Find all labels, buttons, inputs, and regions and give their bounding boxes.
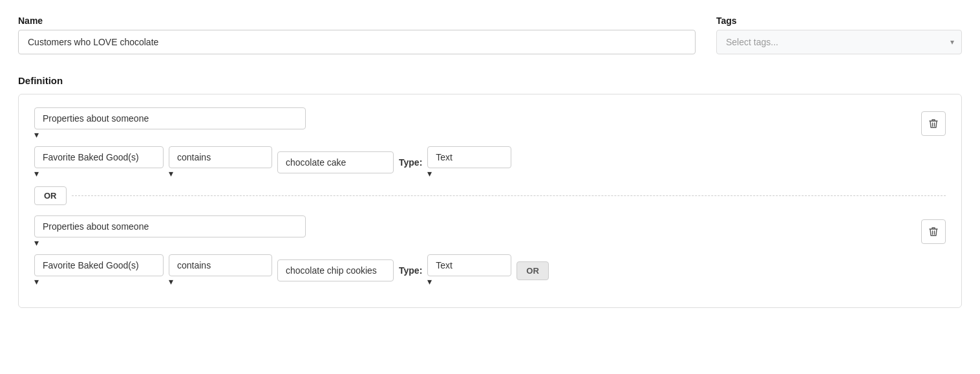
operator-select-1[interactable]: contains — [169, 146, 272, 168]
condition-group-1: Properties about someone ▾ Favorite Bake… — [34, 107, 946, 179]
field-select-2[interactable]: Favorite Baked Good(s) — [34, 254, 164, 276]
trash-icon — [929, 118, 938, 129]
condition-1-row-1: Properties about someone ▾ — [34, 107, 946, 140]
definition-box: Properties about someone ▾ Favorite Bake… — [18, 94, 962, 308]
definition-section: Definition Properties about someone ▾ — [18, 75, 962, 308]
delete-condition-1-button[interactable] — [921, 111, 946, 136]
properties-select-2-wrapper: Properties about someone ▾ — [34, 215, 306, 248]
tags-select-wrapper: Select tags... ▾ — [716, 30, 962, 54]
properties-select-1-wrapper: Properties about someone ▾ — [34, 107, 306, 140]
type-label-1: Type: — [399, 157, 422, 168]
properties-1-chevron-icon: ▾ — [34, 129, 39, 140]
trash-icon-2 — [929, 226, 938, 237]
field-select-1-wrapper: Favorite Baked Good(s) ▾ — [34, 146, 164, 179]
type-select-2-wrapper: Text ▾ — [427, 254, 511, 287]
properties-2-chevron-icon: ▾ — [34, 237, 39, 248]
operator-1-chevron-icon: ▾ — [169, 168, 173, 179]
delete-condition-2-button[interactable] — [921, 219, 946, 244]
type-select-2[interactable]: Text — [427, 254, 511, 276]
value-input-1[interactable] — [277, 151, 394, 173]
field-1-chevron-icon: ▾ — [34, 168, 39, 179]
name-label: Name — [18, 16, 696, 26]
properties-select-1[interactable]: Properties about someone — [34, 107, 306, 129]
name-input[interactable] — [18, 30, 696, 54]
or-button[interactable]: OR — [34, 186, 67, 205]
operator-select-1-wrapper: contains ▾ — [169, 146, 272, 179]
divider-line — [72, 195, 946, 196]
operator-2-chevron-icon: ▾ — [169, 276, 173, 287]
tags-label: Tags — [716, 16, 962, 26]
properties-select-2[interactable]: Properties about someone — [34, 215, 306, 237]
type-select-1[interactable]: Text — [427, 146, 511, 168]
condition-2-row-2: Favorite Baked Good(s) ▾ contains ▾ Type… — [34, 254, 946, 287]
condition-group-2: Properties about someone ▾ Favorite Bake… — [34, 215, 946, 287]
name-field-group: Name — [18, 16, 696, 54]
operator-select-2-wrapper: contains ▾ — [169, 254, 272, 287]
tags-select[interactable]: Select tags... — [716, 30, 962, 54]
definition-title: Definition — [18, 75, 962, 86]
condition-2-row-1: Properties about someone ▾ — [34, 215, 946, 248]
operator-select-2[interactable]: contains — [169, 254, 272, 276]
type-1-chevron-icon: ▾ — [427, 168, 432, 179]
condition-1-row-2: Favorite Baked Good(s) ▾ contains ▾ Type… — [34, 146, 946, 179]
tags-field-group: Tags Select tags... ▾ — [716, 16, 962, 54]
value-input-2[interactable] — [277, 259, 394, 281]
field-select-1[interactable]: Favorite Baked Good(s) — [34, 146, 164, 168]
type-select-1-wrapper: Text ▾ — [427, 146, 511, 179]
field-2-chevron-icon: ▾ — [34, 276, 39, 287]
or-button-2[interactable]: OR — [517, 261, 549, 280]
type-2-chevron-icon: ▾ — [427, 276, 432, 287]
type-label-2: Type: — [399, 265, 422, 276]
field-select-2-wrapper: Favorite Baked Good(s) ▾ — [34, 254, 164, 287]
or-divider: OR — [34, 186, 946, 205]
